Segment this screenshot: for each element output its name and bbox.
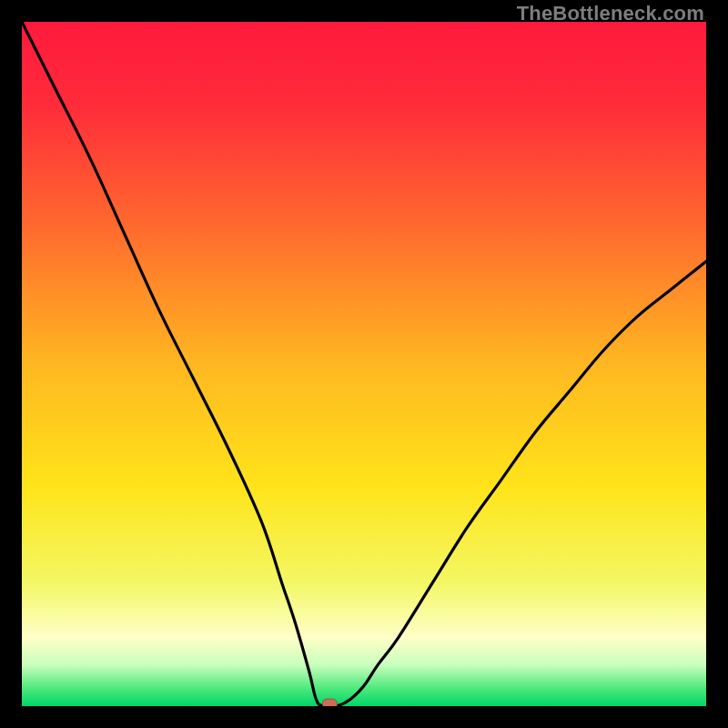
plot-area bbox=[22, 22, 706, 706]
chart-frame: TheBottleneck.com bbox=[0, 0, 728, 728]
gradient-background bbox=[22, 22, 706, 706]
optimal-marker-icon bbox=[322, 699, 337, 706]
watermark-text: TheBottleneck.com bbox=[517, 2, 704, 25]
bottleneck-chart bbox=[22, 22, 706, 706]
